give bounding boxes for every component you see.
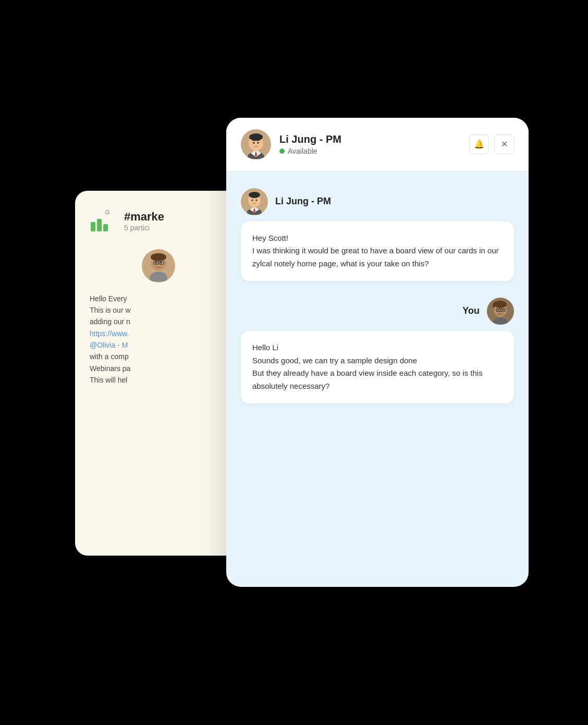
svg-point-8 <box>160 261 162 263</box>
channel-info: #marke 5 partici <box>124 210 164 232</box>
svg-text:♻: ♻ <box>104 208 111 216</box>
svg-point-22 <box>251 199 253 201</box>
svg-point-6 <box>150 272 167 281</box>
svg-rect-3 <box>103 224 108 231</box>
channel-message-text: Hello Every This is our wadding our n ht… <box>90 293 227 386</box>
li-jung-message-bubble: Hey Scott! I was thinking it would be gr… <box>241 222 514 281</box>
svg-point-24 <box>493 317 508 324</box>
you-avatar <box>487 298 514 325</box>
bell-icon: 🔔 <box>474 139 484 149</box>
close-button[interactable]: ✕ <box>494 134 514 154</box>
li-jung-message-block: Li Jung - PM Hey Scott! I was thinking i… <box>241 188 514 281</box>
you-line2: But they already have a board view insid… <box>252 367 503 393</box>
svg-point-23 <box>255 199 257 201</box>
header-info: Li Jung - PM Available <box>279 133 461 155</box>
svg-point-7 <box>155 261 157 263</box>
channel-header: ♻ #marke 5 partici <box>90 207 227 235</box>
channel-name: #marke <box>124 210 164 224</box>
li-jung-sender-name: Li Jung - PM <box>275 196 331 207</box>
li-jung-sender-row: Li Jung - PM <box>241 188 514 215</box>
bell-button[interactable]: 🔔 <box>469 134 489 154</box>
li-jung-message-content: I was thinking it would be great to have… <box>252 244 503 271</box>
channel-card: ♻ #marke 5 partici <box>75 191 242 556</box>
channel-icon: ♻ <box>90 207 117 235</box>
chat-body: Li Jung - PM Hey Scott! I was thinking i… <box>226 171 529 587</box>
svg-point-16 <box>253 142 255 144</box>
svg-point-31 <box>498 309 499 311</box>
header-actions: 🔔 ✕ <box>469 134 514 154</box>
status-text: Available <box>288 147 317 155</box>
svg-rect-1 <box>91 222 95 231</box>
you-message-bubble: Hello Li Sounds good, we can try a sampl… <box>241 331 514 403</box>
close-icon: ✕ <box>501 139 508 149</box>
svg-point-15 <box>249 133 263 141</box>
contact-status: Available <box>279 147 461 155</box>
you-sender-row: You <box>241 298 514 325</box>
svg-point-17 <box>257 142 259 144</box>
channel-member-avatar <box>142 249 175 282</box>
svg-point-5 <box>151 253 166 261</box>
li-jung-greeting: Hey Scott! <box>252 232 503 245</box>
svg-point-21 <box>249 192 260 198</box>
chat-header: Li Jung - PM Available 🔔 ✕ <box>226 118 529 171</box>
li-jung-avatar <box>241 188 268 215</box>
chat-card: Li Jung - PM Available 🔔 ✕ <box>226 118 529 587</box>
scene: ♻ #marke 5 partici <box>59 76 529 649</box>
you-greeting: Hello Li <box>252 341 503 354</box>
svg-rect-2 <box>97 219 102 231</box>
status-dot <box>279 149 285 154</box>
you-line1: Sounds good, we can try a sample design … <box>252 354 503 367</box>
svg-point-32 <box>503 309 504 311</box>
you-message-block: You <box>241 298 514 403</box>
you-sender-name: You <box>462 305 480 316</box>
li-jung-header-avatar <box>241 129 271 159</box>
contact-name: Li Jung - PM <box>279 133 461 145</box>
participants-count: 5 partici <box>124 224 164 232</box>
